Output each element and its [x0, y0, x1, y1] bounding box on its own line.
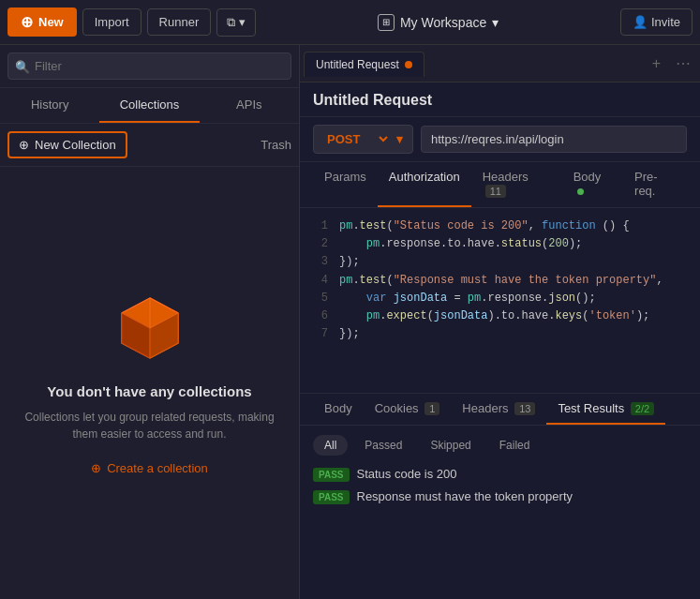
body-label: Body [573, 170, 602, 184]
code-line-6: 6 pm.expect(jsonData).to.have.keys('toke… [313, 307, 687, 325]
response-tabs: Body Cookies 1 Headers 13 Test Results 2… [300, 394, 700, 426]
request-method-bar: POST GET PUT DELETE ▾ [300, 117, 700, 162]
response-area: Body Cookies 1 Headers 13 Test Results 2… [300, 393, 700, 599]
tab-headers[interactable]: Headers 11 [471, 162, 562, 207]
import-button[interactable]: Import [82, 8, 141, 36]
view-icon: ⧉ [227, 15, 235, 30]
sidebar-search-area: 🔍 [0, 45, 299, 88]
res-headers-label: Headers [462, 401, 508, 415]
request-title: Untitled Request [313, 92, 687, 109]
new-collection-plus-icon: ⊕ [19, 138, 29, 152]
view-toggle-button[interactable]: ⧉ ▾ [216, 8, 256, 37]
create-collection-button[interactable]: ⊕ Create a collection [91, 461, 208, 475]
cookies-badge: 1 [424, 402, 439, 415]
params-label: Params [324, 170, 366, 184]
search-input[interactable] [7, 52, 291, 80]
tab-params[interactable]: Params [313, 162, 378, 207]
test-desc-2: Response must have the token property [357, 489, 573, 503]
invite-button[interactable]: 👤 Invite [620, 8, 693, 36]
filter-all[interactable]: All [313, 435, 348, 456]
request-tab-active[interactable]: Untitled Request [304, 52, 424, 77]
res-headers-badge: 13 [514, 402, 535, 415]
sidebar-actions: ⊕ New Collection Trash [0, 124, 299, 167]
test-results-badge: 2/2 [631, 402, 654, 415]
sidebar-tab-collections[interactable]: Collections [99, 88, 199, 123]
tab-prereq[interactable]: Pre-req. [623, 162, 687, 207]
code-line-2: 2 pm.response.to.have.status(200); [313, 235, 687, 253]
workspace-chevron-icon: ▾ [492, 15, 499, 30]
res-body-label: Body [324, 401, 352, 415]
authorization-label: Authorization [389, 170, 460, 184]
test-results-content: All Passed Skipped Failed PASS Status c [300, 426, 700, 599]
new-collection-button[interactable]: ⊕ New Collection [7, 131, 127, 158]
collection-icon [112, 291, 187, 368]
prereq-label: Pre-req. [634, 170, 658, 198]
empty-title: You don't have any collections [47, 383, 251, 399]
invite-icon: 👤 [633, 15, 648, 29]
method-dropdown[interactable]: POST GET PUT DELETE [323, 131, 391, 147]
method-select[interactable]: POST GET PUT DELETE ▾ [313, 125, 413, 154]
tab-status-dot [405, 61, 412, 68]
res-tab-body[interactable]: Body [313, 394, 364, 425]
new-button-label: New [38, 15, 64, 29]
plus-icon: ⊕ [21, 13, 33, 31]
headers-label: Headers [483, 170, 529, 184]
filter-skipped[interactable]: Skipped [419, 435, 482, 456]
headers-badge: 11 [485, 185, 506, 198]
right-panel: Untitled Request + ⋯ Untitled Request PO… [300, 45, 700, 599]
request-title-bar: Untitled Request [300, 82, 700, 117]
import-label: Import [95, 15, 129, 29]
tab-body[interactable]: Body [562, 162, 623, 207]
workspace-label: My Workspace [400, 15, 486, 30]
sidebar: 🔍 History Collections APIs ⊕ New Collect… [0, 45, 300, 599]
res-tab-cookies[interactable]: Cookies 1 [364, 394, 452, 425]
code-line-5: 5 var jsonData = pm.response.json(); [313, 290, 687, 307]
test-results-label: Test Results [558, 401, 624, 415]
res-tab-test-results[interactable]: Test Results 2/2 [546, 394, 665, 425]
sidebar-tab-apis[interactable]: APIs [200, 88, 299, 123]
filter-failed[interactable]: Failed [488, 435, 542, 456]
request-nav: Params Authorization Headers 11 Body Pre… [300, 162, 700, 208]
filter-tabs: All Passed Skipped Failed [313, 435, 687, 456]
code-line-1: 1 pm.test("Status code is 200", function… [313, 217, 687, 235]
workspace-center: ⊞ My Workspace ▾ [261, 14, 615, 31]
code-editor[interactable]: 1 pm.test("Status code is 200", function… [300, 208, 700, 393]
filter-passed[interactable]: Passed [353, 435, 413, 456]
invite-label: Invite [651, 15, 680, 29]
tab-authorization[interactable]: Authorization [378, 162, 471, 207]
test-result-2: PASS Response must have the token proper… [313, 489, 687, 504]
chevron-down-icon: ▾ [239, 15, 246, 29]
more-options-button[interactable]: ⋯ [670, 52, 696, 74]
res-tab-headers[interactable]: Headers 13 [451, 394, 546, 425]
new-button[interactable]: ⊕ New [7, 7, 77, 37]
new-collection-label: New Collection [35, 138, 116, 152]
sidebar-tabs: History Collections APIs [0, 88, 299, 124]
workspace-selector-button[interactable]: ⊞ My Workspace ▾ [378, 14, 499, 31]
pass-badge-1: PASS [313, 468, 350, 482]
code-line-4: 4 pm.test("Response must have the token … [313, 272, 687, 290]
runner-label: Runner [159, 15, 200, 29]
sidebar-empty-state: You don't have any collections Collectio… [0, 167, 299, 599]
res-cookies-label: Cookies [375, 401, 419, 415]
body-status-dot [577, 188, 584, 195]
search-icon: 🔍 [15, 59, 30, 73]
main-layout: 🔍 History Collections APIs ⊕ New Collect… [0, 45, 700, 599]
runner-button[interactable]: Runner [147, 8, 212, 36]
code-line-3: 3 }); [313, 253, 687, 271]
add-tab-button[interactable]: + [647, 53, 666, 74]
url-input[interactable] [421, 126, 687, 153]
pass-badge-2: PASS [313, 490, 350, 504]
code-line-7: 7 }); [313, 325, 687, 343]
tab-label: Untitled Request [316, 58, 399, 71]
trash-button[interactable]: Trash [261, 138, 291, 152]
search-wrap: 🔍 [7, 52, 291, 80]
method-chevron-icon: ▾ [396, 132, 403, 146]
empty-desc: Collections let you group related reques… [19, 409, 280, 442]
test-result-1: PASS Status code is 200 [313, 467, 687, 482]
trash-label: Trash [261, 138, 291, 152]
sidebar-tab-history[interactable]: History [0, 88, 99, 123]
request-tabs-bar: Untitled Request + ⋯ [300, 45, 700, 82]
tab-actions: + ⋯ [647, 52, 696, 74]
test-desc-1: Status code is 200 [357, 467, 457, 481]
workspace-icon: ⊞ [378, 14, 395, 31]
